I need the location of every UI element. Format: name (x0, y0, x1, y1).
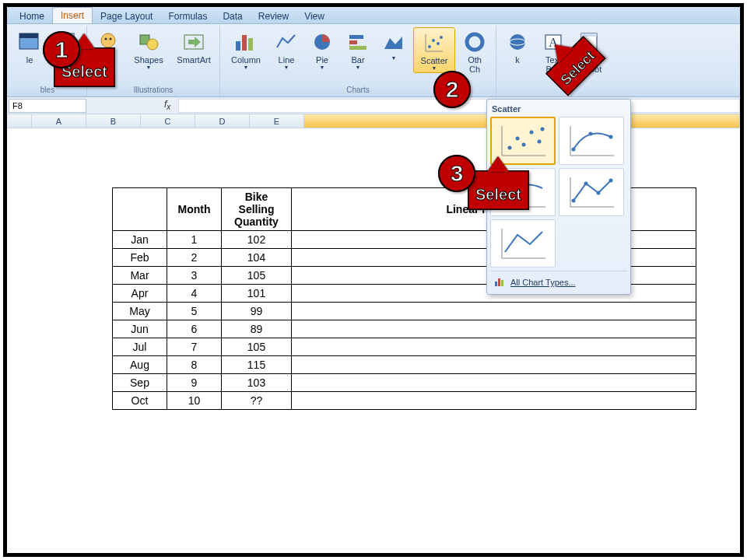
col-header-D[interactable]: D (195, 114, 250, 128)
area-chart-icon (381, 29, 407, 55)
table-cell: 7 (167, 338, 222, 356)
scatter-smooth-markers[interactable] (559, 117, 624, 165)
svg-rect-20 (349, 46, 366, 50)
hyperlink-button[interactable]: k (501, 27, 534, 66)
pie-chart-button[interactable]: Pie▼ (306, 27, 338, 72)
scatter-chart-button[interactable]: Scatter▼ (413, 27, 455, 73)
table-cell: 105 (222, 338, 292, 356)
table-cell: 102 (222, 231, 292, 249)
table-cell (292, 320, 696, 338)
table-cell: 3 (167, 267, 222, 285)
svg-rect-14 (236, 41, 240, 51)
other-charts-button[interactable]: Oth Ch (458, 27, 491, 75)
col-header-E[interactable]: E (250, 114, 304, 128)
callout-3-label: Select (468, 170, 529, 210)
scatter-gallery-title: Scatter (490, 103, 627, 117)
svg-point-42 (541, 128, 545, 131)
table-row: Sep9103 (113, 374, 696, 392)
svg-rect-60 (501, 280, 503, 286)
table-cell: 104 (222, 249, 292, 267)
svg-rect-18 (349, 35, 363, 39)
step-1-badge: 1 (43, 31, 80, 68)
table-header: BikeSellingQuantity (222, 188, 292, 231)
all-chart-types-icon (493, 275, 506, 289)
group-charts-label: Charts (346, 86, 369, 96)
col-header-C[interactable]: C (141, 114, 195, 128)
line-chart-button[interactable]: Line▼ (270, 27, 303, 72)
table-cell: 10 (167, 392, 222, 410)
pivottable-button[interactable]: le (13, 27, 46, 66)
tab-formulas[interactable]: Formulas (160, 9, 215, 23)
col-header-A[interactable]: A (32, 114, 86, 128)
table-cell: 89 (222, 320, 292, 338)
col-header-B[interactable]: B (86, 114, 141, 128)
svg-point-24 (428, 45, 431, 48)
svg-point-47 (609, 135, 613, 139)
tab-home[interactable]: Home (12, 9, 52, 23)
tab-data[interactable]: Data (215, 9, 250, 23)
group-tables-label: bles (40, 86, 54, 96)
chevron-down-icon: ▼ (356, 65, 361, 70)
link-icon (504, 29, 531, 55)
table-cell: ?? (222, 392, 292, 410)
table-cell: 115 (222, 356, 292, 374)
table-row: Oct10?? (113, 392, 696, 410)
smartart-button[interactable]: SmartArt (173, 27, 215, 66)
column-chart-button[interactable]: Column▼ (225, 27, 267, 72)
table-cell: Aug (113, 356, 167, 374)
tab-review[interactable]: Review (251, 9, 296, 23)
table-cell: 101 (222, 285, 292, 303)
svg-rect-1 (19, 33, 38, 38)
arrow-icon (487, 156, 509, 172)
other-charts-icon (461, 29, 488, 55)
table-cell: Jan (113, 231, 167, 249)
chevron-down-icon: ▼ (284, 65, 289, 70)
svg-point-39 (522, 143, 526, 147)
table-cell: Oct (113, 392, 167, 410)
scatter-chart-icon (421, 30, 447, 56)
table-cell: Jul (113, 338, 167, 356)
svg-rect-58 (495, 282, 497, 286)
tab-page-layout[interactable]: Page Layout (93, 9, 160, 23)
table-row: Jun689 (113, 320, 696, 338)
fx-icon[interactable]: fx (164, 99, 170, 111)
table-header: Month (167, 188, 222, 231)
svg-point-55 (609, 179, 613, 183)
svg-point-25 (432, 39, 435, 42)
table-cell: Jun (113, 320, 167, 338)
step-2-badge: 2 (433, 71, 471, 108)
shapes-button[interactable]: Shapes ▼ (128, 27, 170, 72)
tab-insert[interactable]: Insert (52, 7, 93, 23)
table-row: May599 (113, 303, 696, 320)
area-chart-button[interactable]: ▼ (377, 27, 410, 62)
svg-rect-59 (498, 278, 500, 286)
shapes-icon (135, 29, 162, 55)
table-cell (292, 338, 696, 356)
callout-3: Select (468, 156, 529, 210)
bar-chart-button[interactable]: Bar▼ (342, 27, 374, 72)
bar-chart-icon (345, 29, 371, 55)
table-cell (292, 392, 696, 410)
svg-point-26 (437, 42, 440, 45)
svg-point-37 (508, 146, 512, 150)
pivottable-icon (16, 29, 43, 55)
name-box[interactable]: F8 (9, 99, 86, 113)
group-illus-label: Illustrations (134, 86, 174, 96)
table-cell (292, 303, 696, 320)
tab-view[interactable]: View (296, 9, 332, 23)
table-row: Jul7105 (113, 338, 696, 356)
svg-point-28 (467, 34, 482, 50)
table-cell: 99 (222, 303, 292, 320)
svg-point-40 (530, 131, 534, 135)
table-cell: 9 (167, 374, 222, 392)
chevron-down-icon: ▼ (320, 65, 325, 70)
table-cell: 4 (167, 285, 222, 303)
table-cell: Apr (113, 285, 167, 303)
scatter-straight[interactable] (490, 219, 556, 268)
scatter-straight-markers[interactable] (559, 168, 624, 216)
all-chart-types[interactable]: All Chart Types... (490, 271, 627, 291)
ribbon: le Table bles lip Art S (7, 24, 740, 97)
svg-point-27 (440, 36, 443, 39)
table-cell: Mar (113, 267, 167, 285)
svg-point-46 (589, 132, 593, 136)
